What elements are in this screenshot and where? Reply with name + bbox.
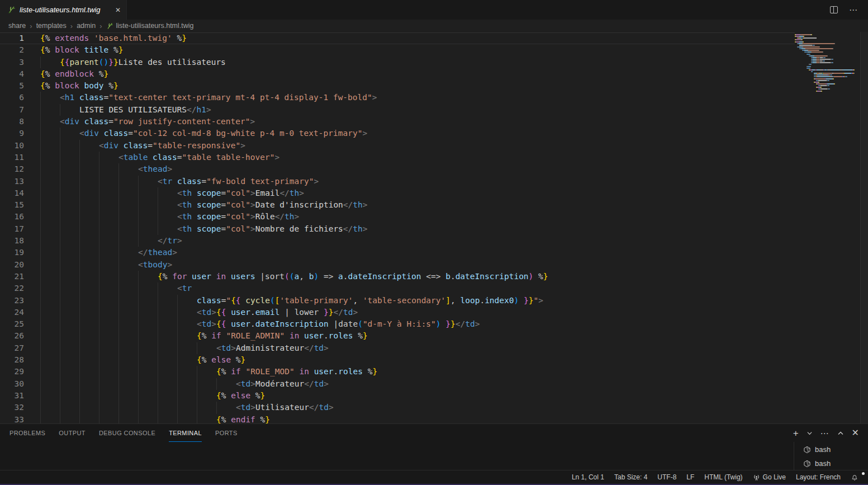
line-number[interactable]: 14 [0,187,24,199]
minimap[interactable] [795,32,860,92]
code-line[interactable]: 7LISTE DES UTILISATEURS</h1> [0,104,795,116]
line-number[interactable]: 1 [0,32,24,44]
line-number[interactable]: 7 [0,104,24,116]
editor-scrollbar[interactable] [860,32,868,423]
breadcrumb-share[interactable]: share [8,22,26,30]
line-number[interactable]: 28 [0,354,24,366]
indent-guide [40,199,60,211]
panel-more-icon[interactable]: ⋯ [820,429,829,437]
breadcrumb-file[interactable]: liste-utilisateurs.html.twig [116,22,194,30]
code-line[interactable]: 4{% endblock %} [0,68,795,80]
line-number[interactable]: 20 [0,259,24,271]
code-line[interactable]: 32<td>Utilisateur</td> [0,402,795,413]
line-number[interactable]: 33 [0,414,24,424]
maximize-panel-icon[interactable] [838,431,843,435]
line-number[interactable]: 32 [0,402,24,413]
breadcrumb-templates[interactable]: templates [36,22,67,30]
code-line[interactable]: 26{% if "ROLE_ADMIN" in user.roles %} [0,330,795,342]
code-line[interactable]: 6<h1 class="text-center text-primary mt-… [0,92,795,103]
tab-terminal[interactable]: TERMINAL [169,424,202,442]
code-line[interactable]: 13<tr class="fw-bold text-primary"> [0,176,795,187]
tab-output[interactable]: OUTPUT [59,424,86,442]
new-terminal-icon[interactable]: + [793,429,799,438]
tab-problems[interactable]: PROBLEMS [10,424,45,442]
line-number[interactable]: 5 [0,80,24,92]
line-number[interactable]: 3 [0,56,24,68]
code-line[interactable]: 25<td>{{ user.dateInscription |date("d-m… [0,318,795,330]
code-line[interactable]: 8<div class="row justify-content-center"… [0,116,795,128]
tab-ports[interactable]: PORTS [215,424,238,442]
line-number[interactable]: 21 [0,271,24,282]
code-line[interactable]: 33{% endif %} [0,414,795,424]
line-number[interactable]: 24 [0,307,24,318]
line-number[interactable]: 4 [0,68,24,80]
line-number[interactable]: 31 [0,390,24,402]
line-number[interactable]: 18 [0,235,24,247]
tab-close-icon[interactable]: ✕ [115,7,121,13]
line-number[interactable]: 17 [0,223,24,235]
line-number[interactable]: 10 [0,140,24,152]
code-line[interactable]: 30<td>Modérateur</td> [0,378,795,390]
code-line[interactable]: 11<table class="table table-hover"> [0,152,795,163]
code-line[interactable]: 10<div class="table-responsive"> [0,140,795,152]
line-number[interactable]: 27 [0,342,24,354]
line-number[interactable]: 16 [0,211,24,223]
code-line[interactable]: 17<th scope="col">Nombre de fichiers</th… [0,223,795,235]
code-line[interactable]: 24<td>{{ user.email | lower }}</td> [0,307,795,318]
code-line[interactable]: 27<td>Administrateur</td> [0,342,795,354]
cursor-position[interactable]: Ln 1, Col 1 [567,473,609,481]
breadcrumb-admin[interactable]: admin [77,22,96,30]
tab-liste-utilisateurs[interactable]: liste-utilisateurs.html.twig ✕ [0,0,127,20]
code-line[interactable]: 29{% if "ROLE_MOD" in user.roles %} [0,366,795,378]
line-number[interactable]: 22 [0,282,24,294]
go-live-button[interactable]: Go Live [748,473,791,481]
code-line[interactable]: 1{% extends 'base.html.twig' %} [0,32,795,44]
line-number[interactable]: 11 [0,152,24,163]
eol-indicator[interactable]: LF [681,473,699,481]
code-line[interactable]: 22<tr [0,282,795,294]
terminal-output[interactable]: bashbash [0,442,868,470]
line-number[interactable]: 15 [0,199,24,211]
line-number[interactable]: 8 [0,116,24,128]
terminal-dropdown-icon[interactable] [807,431,812,435]
line-number[interactable]: 9 [0,128,24,139]
code-line[interactable]: 9<div class="col-12 col-md-8 bg-white p-… [0,128,795,139]
code-line[interactable]: 5{% block body %} [0,80,795,92]
line-number[interactable]: 19 [0,247,24,258]
code-line[interactable]: 28{% else %} [0,354,795,366]
code-line[interactable]: 16<th scope="col">Rôle</th> [0,211,795,223]
code-line[interactable]: 23class="{{ cycle(['table-primary', 'tab… [0,295,795,307]
code-line[interactable]: 3{{parent()}}Liste des utilisateurs [0,56,795,68]
line-number[interactable]: 2 [0,44,24,56]
notifications-bell-icon[interactable] [846,473,864,481]
code-line[interactable]: 21{% for user in users |sort((a, b) => a… [0,271,795,282]
layout-indicator[interactable]: Layout: French [791,473,846,481]
line-number[interactable]: 26 [0,330,24,342]
line-number[interactable]: 29 [0,366,24,378]
line-number[interactable]: 6 [0,92,24,103]
tab-debug-console[interactable]: DEBUG CONSOLE [99,424,155,442]
code-line[interactable]: 2{% block title %} [0,44,795,56]
split-editor-icon[interactable] [830,6,838,13]
line-number[interactable]: 25 [0,318,24,330]
code-line[interactable]: 14<th scope="col">Email</th> [0,187,795,199]
code-line[interactable]: 31{% else %} [0,390,795,402]
terminal-list-item[interactable]: bash [794,442,868,456]
indent-guide [138,307,158,318]
line-number[interactable]: 23 [0,295,24,307]
line-number[interactable]: 30 [0,378,24,390]
code-line[interactable]: 12<thead> [0,163,795,175]
editor-more-actions-icon[interactable]: ⋯ [849,6,858,14]
encoding-indicator[interactable]: UTF-8 [652,473,681,481]
terminal-list-item[interactable]: bash [794,456,868,470]
language-mode-indicator[interactable]: HTML (Twig) [699,473,747,481]
code-line[interactable]: 15<th scope="col">Date d'inscription</th… [0,199,795,211]
line-number[interactable]: 13 [0,176,24,187]
indent-guide [40,116,60,128]
close-panel-icon[interactable]: ✕ [852,429,859,437]
line-number[interactable]: 12 [0,163,24,175]
code-line[interactable]: 18</tr> [0,235,795,247]
code-line[interactable]: 19</thead> [0,247,795,258]
tab-size-indicator[interactable]: Tab Size: 4 [609,473,652,481]
code-line[interactable]: 20<tbody> [0,259,795,271]
